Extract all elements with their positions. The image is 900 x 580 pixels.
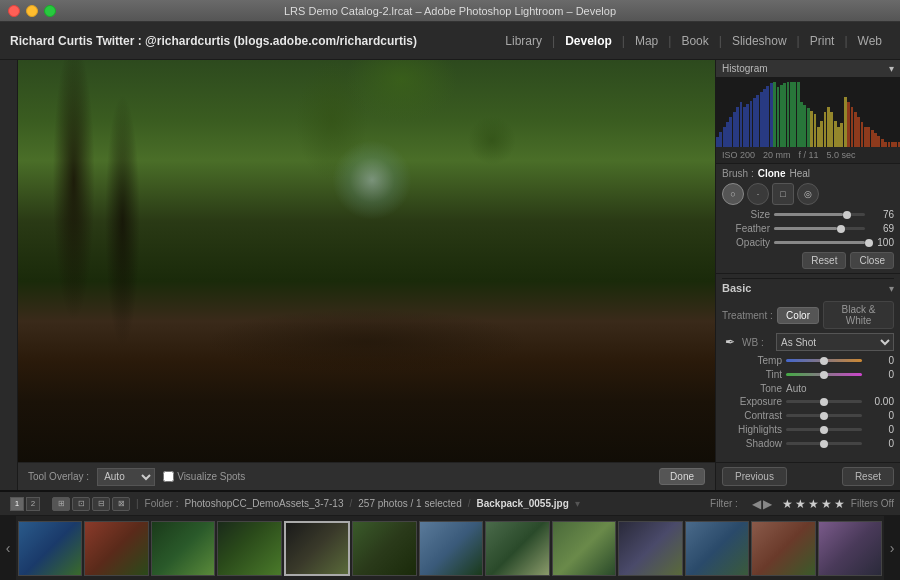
feather-label: Feather (722, 223, 770, 234)
star-5[interactable]: ★ (834, 497, 845, 511)
done-button[interactable]: Done (659, 468, 705, 485)
highlights-label: Highlights (722, 424, 782, 435)
nav-develop[interactable]: Develop (557, 30, 620, 52)
size-value: 76 (869, 209, 894, 220)
basic-section-header[interactable]: Basic ▾ (722, 278, 894, 297)
aperture-value: f / 11 (799, 150, 819, 160)
clone-mode[interactable]: Clone (758, 168, 786, 179)
wb-label: WB : (742, 337, 772, 348)
thumbnail-4[interactable] (217, 521, 281, 576)
thumbnail-12[interactable] (751, 521, 815, 576)
feather-thumb[interactable] (837, 225, 845, 233)
exposure-thumb[interactable] (820, 398, 828, 406)
feather-value: 69 (869, 223, 894, 234)
shutter-value: 5.0 sec (827, 150, 856, 160)
size-thumb[interactable] (843, 211, 851, 219)
dot-tool-button[interactable]: · (747, 183, 769, 205)
tool-overlay-select[interactable]: Auto Always Never (97, 468, 155, 486)
contrast-thumb[interactable] (820, 412, 828, 420)
temp-thumb[interactable] (820, 357, 828, 365)
square-tool-button[interactable]: □ (772, 183, 794, 205)
temp-slider[interactable] (786, 359, 862, 362)
opacity-slider[interactable] (774, 241, 865, 244)
page-2-button[interactable]: 2 (26, 497, 40, 511)
prev-photo-arrow[interactable]: ◀ (752, 497, 761, 511)
opacity-thumb[interactable] (865, 239, 873, 247)
star-4[interactable]: ★ (821, 497, 832, 511)
shadow-thumb[interactable] (820, 440, 828, 448)
filmstrip-next-arrow[interactable]: › (884, 516, 900, 580)
filmstrip-prev-arrow[interactable]: ‹ (0, 516, 16, 580)
size-slider-row: Size 76 (722, 209, 894, 220)
thumbnail-2[interactable] (84, 521, 148, 576)
exposure-slider[interactable] (786, 400, 862, 403)
loupe-view-button[interactable]: ⊡ (72, 497, 90, 511)
temp-value: 0 (866, 355, 894, 366)
nav-book[interactable]: Book (673, 30, 716, 52)
histogram-collapse-arrow[interactable]: ▾ (889, 63, 894, 74)
thumbnail-8[interactable] (485, 521, 549, 576)
tint-label: Tint (722, 369, 782, 380)
thumbnail-7[interactable] (419, 521, 483, 576)
wb-select[interactable]: As Shot Auto Daylight Cloudy Shade Tungs… (776, 333, 894, 351)
reset-button[interactable]: Reset (802, 252, 846, 269)
photo-canvas[interactable] (18, 60, 715, 462)
thumbnail-5-selected[interactable] (284, 521, 350, 576)
reset-develop-button[interactable]: Reset (842, 467, 894, 486)
filmstrip: 1 2 ⊞ ⊡ ⊟ ⊠ | Folder : PhotoshopCC_DemoA… (0, 490, 900, 580)
nav-library[interactable]: Library (497, 30, 550, 52)
tint-slider[interactable] (786, 373, 862, 376)
tint-thumb[interactable] (820, 371, 828, 379)
previous-button[interactable]: Previous (722, 467, 787, 486)
nav-map[interactable]: Map (627, 30, 666, 52)
histogram-chart (716, 77, 900, 147)
iso-value: ISO 200 (722, 150, 755, 160)
contrast-label: Contrast (722, 410, 782, 421)
heal-mode[interactable]: Heal (789, 168, 810, 179)
close-window-button[interactable] (8, 5, 20, 17)
highlights-thumb[interactable] (820, 426, 828, 434)
next-photo-arrow[interactable]: ▶ (763, 497, 772, 511)
thumbnail-11[interactable] (685, 521, 749, 576)
tool-option-button[interactable]: ◎ (797, 183, 819, 205)
contrast-slider[interactable] (786, 414, 862, 417)
filmstrip-images (16, 518, 884, 579)
thumbnail-1[interactable] (18, 521, 82, 576)
highlights-slider[interactable] (786, 428, 862, 431)
bw-treatment-button[interactable]: Black & White (823, 301, 894, 329)
treatment-row: Treatment : Color Black & White (722, 301, 894, 329)
star-2[interactable]: ★ (795, 497, 806, 511)
center-panel: Tool Overlay : Auto Always Never Visuali… (18, 60, 715, 490)
survey-view-button[interactable]: ⊠ (112, 497, 130, 511)
size-fill (774, 213, 843, 216)
opacity-fill (774, 241, 865, 244)
page-1-button[interactable]: 1 (10, 497, 24, 511)
thumbnail-3[interactable] (151, 521, 215, 576)
thumbnail-6[interactable] (352, 521, 416, 576)
thumbnail-13[interactable] (818, 521, 882, 576)
shadow-slider[interactable] (786, 442, 862, 445)
minimize-window-button[interactable] (26, 5, 38, 17)
nav-slideshow[interactable]: Slideshow (724, 30, 795, 52)
size-slider[interactable] (774, 213, 865, 216)
thumbnail-10[interactable] (618, 521, 682, 576)
size-label: Size (722, 209, 770, 220)
exposure-slider-row: Exposure 0.00 (722, 396, 894, 407)
visualize-spots-checkbox[interactable]: Visualize Spots (163, 471, 245, 482)
feather-slider[interactable] (774, 227, 865, 230)
thumbnail-9[interactable] (552, 521, 616, 576)
circle-tool-button[interactable]: ○ (722, 183, 744, 205)
grid-view-button[interactable]: ⊞ (52, 497, 70, 511)
close-button[interactable]: Close (850, 252, 894, 269)
star-3[interactable]: ★ (808, 497, 819, 511)
tone-auto-button[interactable]: Auto (786, 383, 807, 394)
contrast-value: 0 (866, 410, 894, 421)
star-1[interactable]: ★ (782, 497, 793, 511)
color-treatment-button[interactable]: Color (777, 307, 819, 324)
nav-print[interactable]: Print (802, 30, 843, 52)
nav-web[interactable]: Web (850, 30, 890, 52)
maximize-window-button[interactable] (44, 5, 56, 17)
contrast-slider-row: Contrast 0 (722, 410, 894, 421)
compare-view-button[interactable]: ⊟ (92, 497, 110, 511)
wb-eyedropper-tool[interactable]: ✒ (722, 334, 738, 350)
